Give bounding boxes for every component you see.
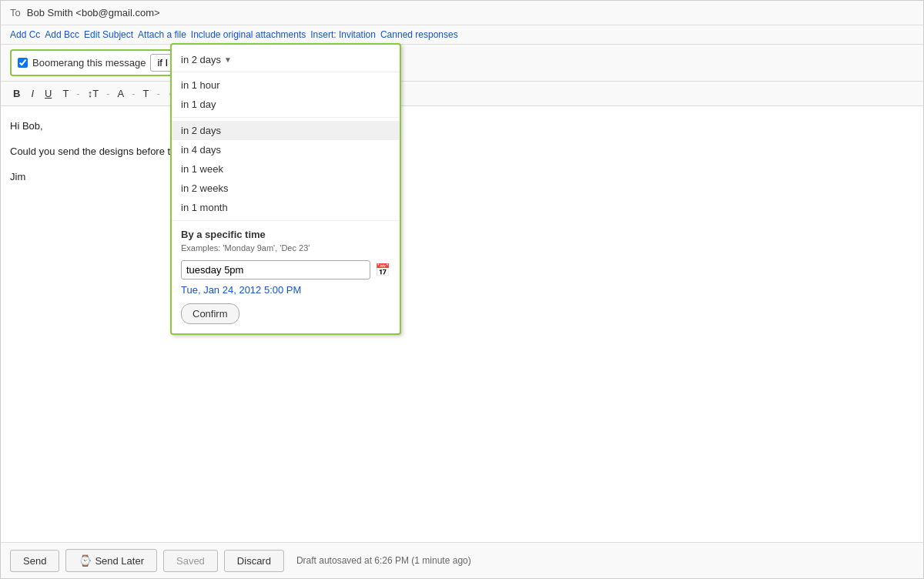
calendar-icon[interactable]: 📅 bbox=[375, 263, 390, 277]
dropdown-item-2days[interactable]: in 2 days bbox=[172, 121, 400, 140]
compose-body[interactable]: Hi Bob, Could you send the designs befor… bbox=[1, 106, 923, 542]
strikethrough-button[interactable]: T bbox=[59, 86, 72, 101]
underline-button[interactable]: U bbox=[42, 86, 55, 101]
send-later-icon: ⌚ bbox=[79, 554, 92, 567]
dropdown-selected-row: in 2 days ▼ bbox=[172, 51, 400, 72]
body-line-1: Hi Bob, bbox=[10, 119, 914, 135]
body-line-3: Jim bbox=[10, 169, 914, 186]
dropdown-selected-value: in 2 days bbox=[181, 54, 221, 65]
canned-responses-link[interactable]: Canned responses bbox=[380, 29, 458, 40]
dropdown-divider-2 bbox=[172, 220, 400, 221]
text-format-button[interactable]: T bbox=[140, 86, 152, 101]
bold-button[interactable]: B bbox=[10, 86, 23, 101]
include-attachments-link[interactable]: Include original attachments bbox=[191, 29, 306, 40]
specific-time-examples: Examples: 'Monday 9am', 'Dec 23' bbox=[172, 242, 400, 257]
specific-time-label: By a specific time bbox=[172, 224, 400, 242]
italic-button[interactable]: I bbox=[28, 86, 37, 101]
attach-file-link[interactable]: Attach a file bbox=[138, 29, 186, 40]
confirm-button[interactable]: Confirm bbox=[181, 303, 239, 324]
links-row: Add Cc Add Bcc Edit Subject Attach a fil… bbox=[1, 25, 923, 45]
dropdown-item-1week[interactable]: in 1 week bbox=[172, 159, 400, 179]
insert-invitation-link[interactable]: Insert: Invitation bbox=[310, 29, 376, 40]
dropdown-item-1day[interactable]: in 1 day bbox=[172, 95, 400, 114]
boomerang-row: Boomerang this message if I don't hear b… bbox=[1, 45, 923, 82]
fontsize-button[interactable]: ↕T bbox=[85, 86, 102, 101]
dropdown-item-4days[interactable]: in 4 days bbox=[172, 140, 400, 159]
saved-button: Saved bbox=[163, 550, 218, 572]
send-later-button[interactable]: ⌚ Send Later bbox=[65, 549, 157, 572]
dropdown-arrow-icon[interactable]: ▼ bbox=[224, 55, 232, 64]
dropdown-item-1month[interactable]: in 1 month bbox=[172, 198, 400, 217]
add-bcc-link[interactable]: Add Bcc bbox=[45, 29, 79, 40]
to-row: To Bob Smith <bob@gmail.com> bbox=[1, 1, 923, 25]
footer-row: Send ⌚ Send Later Saved Discard Draft au… bbox=[1, 542, 923, 578]
draft-status: Draft autosaved at 6:26 PM (1 minute ago… bbox=[296, 555, 471, 566]
font-color-button[interactable]: A bbox=[115, 86, 128, 101]
dropdown-item-1hour[interactable]: in 1 hour bbox=[172, 75, 400, 95]
boomerang-checkbox[interactable] bbox=[18, 58, 28, 68]
add-cc-link[interactable]: Add Cc bbox=[10, 29, 40, 40]
boomerang-label: Boomerang this message bbox=[32, 57, 146, 69]
discard-button[interactable]: Discard bbox=[224, 550, 284, 572]
edit-subject-link[interactable]: Edit Subject bbox=[84, 29, 133, 40]
body-line-2: Could you send the designs before the en… bbox=[10, 144, 914, 160]
compose-window: To Bob Smith <bob@gmail.com> Add Cc Add … bbox=[0, 0, 924, 579]
to-label: To bbox=[10, 7, 21, 18]
specific-time-input[interactable] bbox=[181, 260, 370, 279]
dropdown-divider-1 bbox=[172, 117, 400, 118]
dropdown-item-2weeks[interactable]: in 2 weeks bbox=[172, 179, 400, 198]
toolbar-row: B I U T - ↕T - A - T - ☺ ∞ ≡ ≡ ⊞ ▣ bbox=[1, 82, 923, 106]
body-content: Hi Bob, Could you send the designs befor… bbox=[10, 119, 914, 185]
parsed-date: Tue, Jan 24, 2012 5:00 PM bbox=[172, 283, 400, 300]
time-dropdown-panel: in 2 days ▼ in 1 hour in 1 day in 2 days… bbox=[170, 43, 401, 335]
to-value: Bob Smith <bob@gmail.com> bbox=[27, 7, 160, 18]
send-later-label: Send Later bbox=[95, 555, 144, 567]
send-button[interactable]: Send bbox=[10, 550, 59, 572]
specific-time-input-row: 📅 bbox=[172, 257, 400, 283]
